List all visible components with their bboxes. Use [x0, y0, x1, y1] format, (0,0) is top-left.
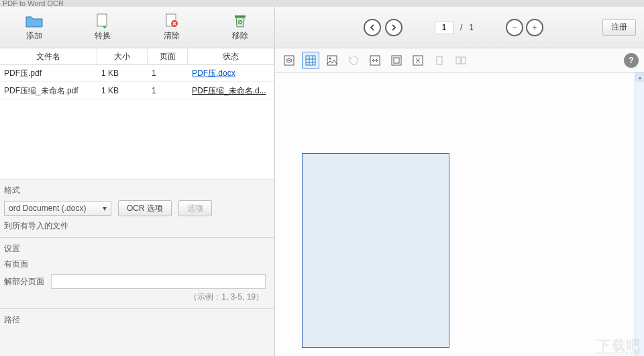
options-button[interactable]: 选项	[178, 200, 212, 216]
add-button[interactable]: 添加	[0, 7, 68, 48]
zoom-out-button[interactable]: −	[506, 19, 523, 36]
svg-rect-9	[327, 56, 337, 65]
settings-section: 设置 有页面 解部分页面 （示例：1, 3-5, 19）	[0, 237, 274, 308]
zoom-in-button[interactable]: +	[526, 19, 543, 36]
format-section: 格式 ord Document (.docx) ▾ OCR 选项 选项 到所有导…	[0, 179, 274, 237]
help-icon[interactable]: ?	[624, 53, 639, 68]
register-button[interactable]: 注册	[602, 19, 636, 36]
eye-view-icon[interactable]	[280, 52, 298, 69]
left-panel: 添加 转换 清除 移除 文件名 大	[0, 7, 275, 356]
preview-toolbar: / 1 − + 注册	[275, 7, 644, 48]
document-clear-icon	[162, 13, 181, 29]
rotate-icon	[345, 52, 362, 69]
page-indicator: / 1	[435, 21, 474, 34]
convert-button[interactable]: 转换	[68, 7, 137, 48]
svg-rect-15	[437, 56, 442, 64]
svg-rect-8	[306, 56, 315, 65]
prev-page-button[interactable]	[364, 19, 381, 36]
svg-rect-12	[392, 56, 401, 65]
actual-size-icon[interactable]	[409, 52, 427, 69]
svg-rect-16	[456, 57, 460, 64]
path-section: 路径	[0, 308, 274, 335]
grid-view-icon[interactable]	[302, 52, 319, 69]
window-titlebar: PDF to Word OCR	[0, 0, 644, 7]
document-convert-icon	[93, 13, 112, 29]
two-page-icon	[452, 52, 470, 69]
fit-page-icon[interactable]	[388, 52, 405, 69]
image-view-icon[interactable]	[323, 52, 341, 69]
svg-rect-0	[97, 14, 107, 26]
page-thumbnail[interactable]	[302, 153, 449, 348]
table-row[interactable]: PDF压.pdf 1 KB 1 PDF压.docx	[0, 64, 274, 82]
single-page-icon	[431, 52, 448, 69]
page-range-input[interactable]	[51, 274, 266, 289]
clear-button[interactable]: 清除	[138, 7, 206, 48]
plus-icon: +	[533, 23, 537, 32]
file-table-body: PDF压.pdf 1 KB 1 PDF压.docx PDF压缩_未命名.pdf …	[0, 64, 274, 179]
file-table-header: 文件名 大小 页面 状态	[0, 48, 274, 64]
status-link[interactable]: PDF压缩_未命名.d...	[188, 82, 274, 99]
folder-add-icon	[25, 13, 44, 29]
scroll-up-icon[interactable]: ▴	[635, 73, 644, 82]
status-link[interactable]: PDF压.docx	[188, 64, 274, 81]
header-filename[interactable]: 文件名	[0, 48, 97, 64]
trash-icon	[231, 13, 250, 29]
watermark-sub: www.xiazaiba.com	[596, 350, 640, 356]
next-page-button[interactable]	[385, 19, 402, 36]
chevron-left-icon	[369, 24, 376, 31]
chevron-right-icon	[390, 24, 397, 31]
minus-icon: −	[513, 23, 517, 32]
main-toolbar: 添加 转换 清除 移除	[0, 7, 274, 48]
preview-panel: / 1 − + 注册 ? ▴	[275, 7, 644, 356]
ocr-options-button[interactable]: OCR 选项	[118, 200, 172, 216]
header-size[interactable]: 大小	[97, 48, 148, 64]
chevron-down-icon: ▾	[103, 204, 107, 213]
table-row[interactable]: PDF压缩_未命名.pdf 1 KB 1 PDF压缩_未命名.d...	[0, 82, 274, 99]
svg-rect-3	[235, 15, 246, 17]
page-number-input[interactable]	[435, 21, 453, 34]
remove-button[interactable]: 移除	[206, 7, 274, 48]
vertical-scrollbar[interactable]: ▴	[635, 73, 644, 356]
header-status[interactable]: 状态	[188, 48, 274, 64]
format-select[interactable]: ord Document (.docx) ▾	[4, 201, 111, 216]
svg-rect-13	[394, 58, 399, 63]
svg-point-7	[288, 60, 290, 61]
fit-width-icon[interactable]	[366, 52, 384, 69]
svg-point-10	[329, 57, 331, 59]
document-preview[interactable]: ▴	[275, 73, 644, 356]
svg-rect-17	[462, 57, 466, 64]
header-page[interactable]: 页面	[148, 48, 188, 64]
view-mode-toolbar: ?	[275, 48, 644, 73]
